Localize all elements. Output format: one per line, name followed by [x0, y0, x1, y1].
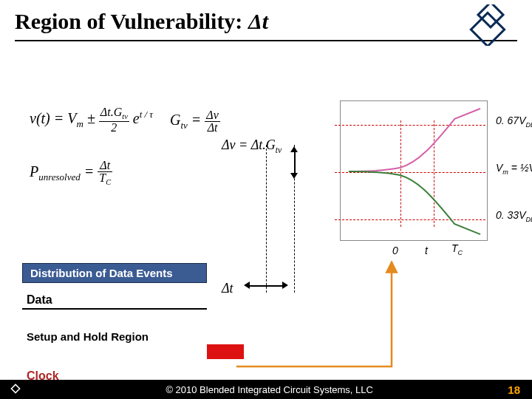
eq-p-den-sub: C: [106, 178, 111, 186]
eq-dv-pre: Δv = Δt.G: [222, 137, 276, 152]
eq-p-sub: unresolved: [38, 171, 81, 183]
data-waveform: [22, 308, 303, 326]
chart-ann-033vdd: 0. 33VDD: [496, 209, 532, 223]
chart-xtc-t: T: [451, 242, 458, 254]
chart-ann-top-pre: 0. 67V: [496, 115, 525, 126]
eq-vt-num-sub: tv: [122, 112, 128, 120]
eq-gtv-g: G: [170, 112, 180, 128]
eq-gtv-sub: tv: [180, 120, 187, 131]
eq-vt-e: e: [133, 110, 140, 126]
footer-diamond-icon: [10, 383, 21, 396]
eq-vt-pm: ±: [87, 110, 95, 126]
chart-xtc-sub: C: [458, 249, 463, 256]
footer-bar: © 2010 Blended Integrated Circuit System…: [0, 380, 532, 399]
equation-v-of-t: v(t) = Vm ± Δt.Gtv 2 et / τ: [30, 106, 153, 134]
title-text: Region of Vulnerability:: [15, 9, 248, 33]
page-title: Region of Vulnerability: Δt: [15, 9, 517, 34]
chart-ann-top-sub: DD: [525, 121, 532, 129]
title-delta: Δt: [248, 9, 268, 33]
chart-ann-bot-pre: 0. 33V: [496, 209, 525, 221]
chart-ann-mid-sub1: m: [502, 168, 508, 176]
setup-hold-highlight: [207, 344, 244, 359]
setup-hold-region: [22, 344, 303, 359]
equation-dv: Δv = Δt.Gtv: [222, 137, 282, 155]
eq-dv-sub: tv: [276, 146, 282, 155]
svg-rect-2: [11, 384, 19, 392]
delta-t-label: Δt: [222, 281, 233, 296]
chart-ann-mid-mid: = ½V: [508, 162, 532, 174]
equation-gtv: Gtv = Δv Δt: [170, 109, 220, 134]
delta-t-arrow-icon: [244, 281, 288, 291]
data-signal-label: Data: [27, 293, 303, 307]
eq-gtv-eq: =: [188, 112, 205, 128]
eq-p-den-t: T: [99, 171, 106, 184]
metastability-chart: 0. 67VDD Vm = ½VDD 0. 33VDD 0 t TC: [340, 100, 488, 241]
eq-vt-exp: t / τ: [140, 109, 153, 120]
chart-xlabel-t: t: [425, 245, 428, 256]
chart-ann-bot-sub: DD: [525, 216, 532, 223]
eq-p-num: Δt: [98, 160, 112, 172]
chart-ann-vm: Vm = ½VDD: [496, 162, 532, 176]
setup-hold-label: Setup and Hold Region: [27, 330, 303, 343]
chart-xlabel-tc: TC: [451, 242, 463, 256]
eq-gtv-num: Δv: [205, 109, 220, 122]
delta-v-arrow-icon: [290, 146, 300, 179]
slide-content: v(t) = Vm ± Δt.Gtv 2 et / τ Gtv = Δv Δt …: [0, 41, 532, 377]
chart-curves-icon: [345, 106, 482, 236]
footer-page-number: 18: [508, 383, 520, 396]
eq-vt-vm: V: [67, 110, 76, 126]
eq-gtv-den: Δt: [205, 122, 220, 134]
eq-p-lhs: P: [30, 163, 38, 180]
equation-punresolved: Punresolved = Δt TC: [30, 160, 112, 187]
eq-vt-lhs: v(t): [30, 110, 50, 126]
chart-ann-mid-pre: V: [496, 162, 502, 174]
eq-p-eq: =: [81, 163, 98, 180]
eq-vt-num: Δt.G: [100, 106, 122, 118]
eq-vt-vm-sub: m: [76, 118, 83, 129]
eq-vt-den: 2: [99, 122, 129, 134]
distribution-label-box: Distribution of Data Events: [22, 263, 207, 283]
chart-xlabel-0: 0: [392, 245, 398, 256]
footer-copyright: © 2010 Blended Integrated Circuit System…: [31, 384, 508, 395]
chart-ann-067vdd: 0. 67VDD: [496, 115, 532, 129]
